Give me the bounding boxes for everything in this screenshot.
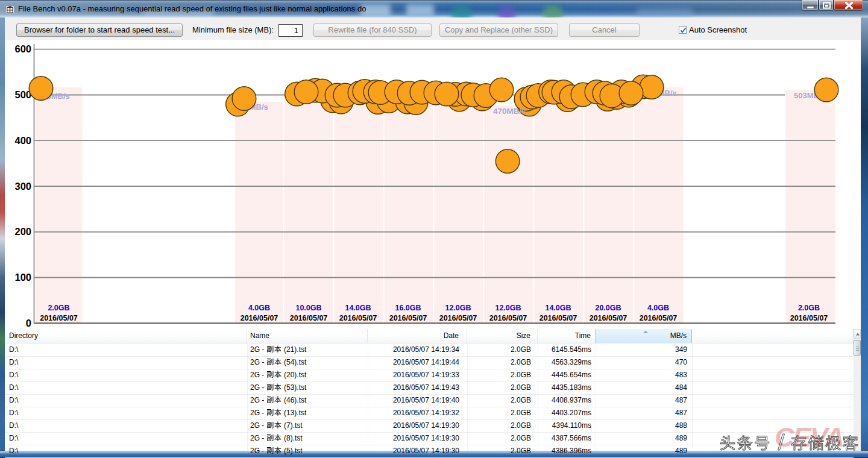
svg-text:14.0GB: 14.0GB	[345, 304, 371, 312]
svg-text:12.0GB: 12.0GB	[495, 304, 521, 312]
svg-text:16.0GB: 16.0GB	[395, 304, 421, 312]
svg-text:2016/05/07: 2016/05/07	[290, 314, 328, 322]
svg-text:470MB/s: 470MB/s	[493, 107, 526, 116]
svg-text:400: 400	[14, 135, 31, 146]
svg-text:2016/05/07: 2016/05/07	[241, 314, 278, 322]
svg-text:4.0GB: 4.0GB	[647, 304, 669, 312]
svg-text:200: 200	[14, 226, 31, 237]
svg-text:300: 300	[14, 181, 31, 192]
svg-text:2016/05/07: 2016/05/07	[339, 314, 377, 322]
svg-text:4.0GB: 4.0GB	[248, 304, 270, 312]
svg-text:2.0GB: 2.0GB	[48, 304, 69, 312]
svg-text:100: 100	[14, 272, 31, 283]
svg-text:2016/05/07: 2016/05/07	[489, 314, 527, 322]
svg-text:600: 600	[14, 43, 31, 54]
svg-text:10.0GB: 10.0GB	[295, 304, 321, 312]
svg-text:500: 500	[14, 89, 31, 100]
svg-text:0: 0	[26, 318, 31, 328]
svg-text:2016/05/07: 2016/05/07	[389, 314, 427, 322]
svg-text:2016/05/07: 2016/05/07	[439, 314, 477, 322]
svg-text:14.0GB: 14.0GB	[545, 304, 571, 312]
svg-text:2016/05/07: 2016/05/07	[640, 314, 678, 322]
svg-text:20.0GB: 20.0GB	[595, 304, 621, 312]
svg-text:2016/05/07: 2016/05/07	[40, 314, 78, 322]
svg-text:2.0GB: 2.0GB	[798, 304, 820, 312]
svg-text:12.0GB: 12.0GB	[445, 304, 471, 312]
svg-text:2016/05/07: 2016/05/07	[590, 314, 627, 322]
svg-text:2016/05/07: 2016/05/07	[539, 314, 577, 322]
svg-text:2016/05/07: 2016/05/07	[790, 314, 828, 322]
